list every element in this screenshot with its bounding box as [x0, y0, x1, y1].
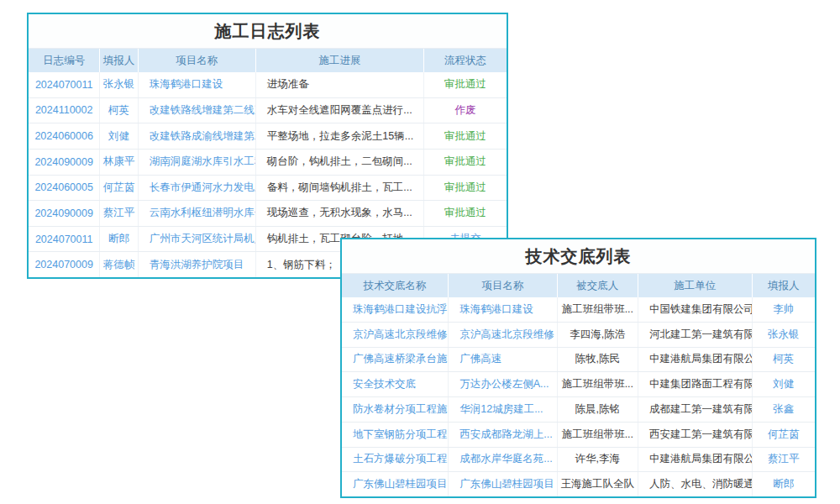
project-name-link[interactable]: 改建铁路成渝线增建第二... — [139, 123, 256, 149]
project-name-link[interactable]: 成都水岸华庭名苑... — [449, 448, 557, 472]
project-name-link[interactable]: 广州市天河区统计局机房... — [139, 227, 256, 252]
log-id-link[interactable]: 2024070009 — [29, 252, 100, 277]
table-row: 2024070011张永银珠海鹤港口建设进场准备审批通过 — [29, 72, 507, 98]
disclosee-text: 陈牧,陈民 — [558, 348, 638, 372]
reporter-link[interactable]: 张永银 — [100, 72, 139, 97]
technical-disclosure-title: 技术交底列表 — [342, 239, 815, 274]
disclosure-name-link[interactable]: 安全技术交底 — [342, 372, 449, 396]
table-row: 防水卷材分项工程施...华润12城房建工...陈晨,陈铭成都建工第一建筑有限责任… — [342, 397, 815, 423]
construction-unit-text: 人防、水电、消防暖通 — [638, 472, 753, 496]
project-name-link[interactable]: 湖南洞庭湖水库引水工程... — [139, 150, 256, 175]
project-name-link[interactable]: 长春市伊通河水力发电厂... — [139, 176, 256, 201]
reporter-link[interactable]: 断郎 — [100, 227, 139, 252]
log-id-link[interactable]: 2024070011 — [29, 227, 100, 252]
construction-unit-text: 中建港航局集团有限公司 — [638, 448, 753, 472]
disclosee-text: 李四海,陈浩 — [558, 323, 638, 347]
column-header-project: 项目名称 — [449, 274, 557, 297]
log-id-link[interactable]: 2024070011 — [29, 72, 100, 97]
project-name-link[interactable]: 珠海鹤港口建设 — [449, 297, 557, 322]
project-name-link[interactable]: 云南水利枢纽潜明水库一... — [139, 201, 256, 226]
project-name-link[interactable]: 珠海鹤港口建设 — [139, 72, 256, 97]
column-header-reporter: 填报人 — [753, 274, 815, 297]
table-row: 安全技术交底万达办公楼左侧A...施工班组带班...中建集团路面工程有限公司刘健 — [342, 372, 815, 397]
status-badge: 审批通过 — [424, 201, 507, 226]
status-badge: 审批通过 — [424, 123, 507, 149]
reporter-link[interactable]: 李帅 — [753, 297, 815, 322]
column-header-disclosee: 被交底人 — [558, 274, 638, 297]
table-row: 土石方爆破分项工程...成都水岸华庭名苑...许华,李海中建港航局集团有限公司蔡… — [342, 448, 815, 473]
project-name-link[interactable]: 广佛高速 — [449, 348, 557, 372]
progress-text: 砌台阶，钩机排土，二包砌间... — [256, 150, 424, 175]
construction-log-title: 施工日志列表 — [29, 14, 507, 49]
project-name-link[interactable]: 广东佛山碧桂园项目 — [449, 472, 557, 496]
project-name-link[interactable]: 京沪高速北京段维修 — [449, 323, 557, 347]
reporter-link[interactable]: 蔡江平 — [100, 201, 139, 226]
status-badge: 审批通过 — [424, 176, 507, 201]
table-row: 京沪高速北京段维修...京沪高速北京段维修李四海,陈浩河北建工第一建筑有限责任公… — [342, 323, 815, 348]
status-badge: 审批通过 — [424, 150, 507, 175]
disclosure-name-link[interactable]: 地下室钢筋分项工程... — [342, 423, 449, 447]
table-row: 2024060006刘健改建铁路成渝线增建第二...平整场地，拉走多余泥土15辆… — [29, 123, 507, 150]
reporter-link[interactable]: 张永银 — [753, 323, 815, 347]
table-row: 地下室钢筋分项工程...西安成都路龙湖上...施工班组带班...西安建工第一建筑… — [342, 423, 815, 448]
progress-text: 备料，砌间墙钩机排土，瓦工... — [256, 176, 424, 201]
project-name-link[interactable]: 青海洪湖养护院项目 — [139, 252, 256, 277]
disclosee-text: 施工班组带班... — [558, 297, 638, 322]
project-name-link[interactable]: 改建铁路线增建第二线直... — [139, 98, 256, 123]
disclosure-name-link[interactable]: 防水卷材分项工程施... — [342, 397, 449, 422]
status-badge: 审批通过 — [424, 72, 507, 97]
technical-disclosure-body: 珠海鹤港口建设抗浮...珠海鹤港口建设施工班组带班...中国铁建集团有限公司李帅… — [342, 297, 815, 496]
disclosure-name-link[interactable]: 珠海鹤港口建设抗浮... — [342, 297, 449, 322]
disclosure-name-link[interactable]: 土石方爆破分项工程... — [342, 448, 449, 472]
log-id-link[interactable]: 2024090009 — [29, 201, 100, 226]
reporter-link[interactable]: 柯英 — [100, 98, 139, 123]
reporter-link[interactable]: 何芷茵 — [100, 176, 139, 201]
log-id-link[interactable]: 2024090009 — [29, 150, 100, 175]
disclosee-text: 王海施工队全队 — [558, 472, 638, 496]
construction-unit-text: 中建港航局集团有限公司 — [638, 348, 753, 372]
column-header-status: 流程状态 — [424, 49, 507, 72]
reporter-link[interactable]: 刘健 — [100, 123, 139, 149]
construction-log-header-row: 日志编号填报人项目名称施工进展流程状态 — [29, 49, 507, 72]
technical-disclosure-panel: 技术交底列表 技术交底名称项目名称被交底人施工单位填报人 珠海鹤港口建设抗浮..… — [340, 238, 816, 498]
construction-unit-text: 中建集团路面工程有限公司 — [638, 372, 753, 396]
log-id-link[interactable]: 2024060005 — [29, 176, 100, 201]
technical-disclosure-header-row: 技术交底名称项目名称被交底人施工单位填报人 — [342, 274, 815, 297]
disclosee-text: 许华,李海 — [558, 448, 638, 472]
disclosee-text: 施工班组带班... — [558, 372, 638, 396]
column-header-progress: 施工进展 — [256, 49, 424, 72]
progress-text: 现场巡查，无积水现象，水马... — [256, 201, 424, 226]
reporter-link[interactable]: 张鑫 — [753, 397, 815, 422]
table-row: 广东佛山碧桂园项目...广东佛山碧桂园项目王海施工队全队人防、水电、消防暖通断郎 — [342, 472, 815, 496]
reporter-link[interactable]: 何芷茵 — [753, 423, 815, 447]
column-header-unit: 施工单位 — [638, 274, 753, 297]
reporter-link[interactable]: 蔡江平 — [753, 448, 815, 472]
table-row: 2024110002柯英改建铁路线增建第二线直...水车对全线遮阳网覆盖点进行.… — [29, 98, 507, 124]
disclosure-name-link[interactable]: 广佛高速桥梁承台施... — [342, 348, 449, 372]
log-id-link[interactable]: 2024110002 — [29, 98, 100, 123]
construction-unit-text: 河北建工第一建筑有限责任公司 — [638, 323, 753, 347]
reporter-link[interactable]: 蒋德帧 — [100, 252, 139, 277]
reporter-link[interactable]: 断郎 — [753, 472, 815, 496]
progress-text: 平整场地，拉走多余泥土15辆... — [256, 123, 424, 149]
table-row: 2024090009蔡江平云南水利枢纽潜明水库一...现场巡查，无积水现象，水马… — [29, 201, 507, 227]
project-name-link[interactable]: 华润12城房建工... — [449, 397, 557, 422]
reporter-link[interactable]: 刘健 — [753, 372, 815, 396]
table-row: 广佛高速桥梁承台施...广佛高速陈牧,陈民中建港航局集团有限公司柯英 — [342, 348, 815, 373]
construction-unit-text: 西安建工第一建筑有限责任公司 — [638, 423, 753, 447]
reporter-link[interactable]: 柯英 — [753, 348, 815, 372]
project-name-link[interactable]: 万达办公楼左侧A... — [449, 372, 557, 396]
log-id-link[interactable]: 2024060006 — [29, 123, 100, 149]
reporter-link[interactable]: 林康平 — [100, 150, 139, 175]
column-header-disclosure_name: 技术交底名称 — [342, 274, 449, 297]
disclosee-text: 施工班组带班... — [558, 423, 638, 447]
table-row: 珠海鹤港口建设抗浮...珠海鹤港口建设施工班组带班...中国铁建集团有限公司李帅 — [342, 297, 815, 323]
table-row: 2024090009林康平湖南洞庭湖水库引水工程...砌台阶，钩机排土，二包砌间… — [29, 150, 507, 176]
status-badge: 作废 — [424, 98, 507, 123]
disclosure-name-link[interactable]: 广东佛山碧桂园项目... — [342, 472, 449, 496]
disclosure-name-link[interactable]: 京沪高速北京段维修... — [342, 323, 449, 347]
progress-text: 水车对全线遮阳网覆盖点进行... — [256, 98, 424, 123]
column-header-reporter: 填报人 — [100, 49, 139, 72]
project-name-link[interactable]: 西安成都路龙湖上... — [449, 423, 557, 447]
construction-unit-text: 成都建工第一建筑有限责任公司 — [638, 397, 753, 422]
